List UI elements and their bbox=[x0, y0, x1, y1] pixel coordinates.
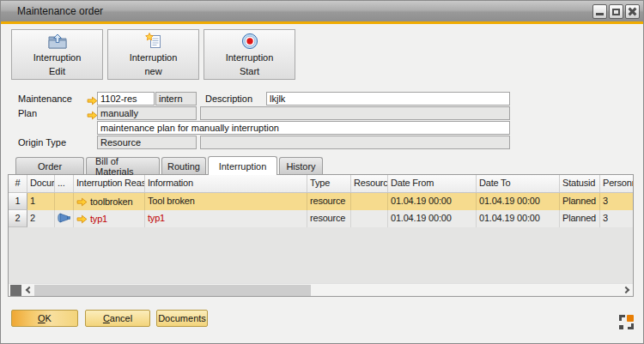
cell-statusid: Planned bbox=[560, 210, 600, 227]
cell-information: typ1 bbox=[145, 210, 307, 227]
scrollbar-track[interactable] bbox=[311, 285, 620, 296]
close-button[interactable] bbox=[625, 4, 640, 19]
table-row[interactable]: 1 1 toolbroken Tool broken resource 01.0… bbox=[9, 193, 633, 210]
reason-text: typ1 bbox=[90, 214, 107, 224]
row-number[interactable]: 1 bbox=[9, 193, 27, 210]
window-title: Maintenance order bbox=[17, 5, 103, 17]
scrollbar-corner bbox=[10, 285, 21, 296]
column-header-reason[interactable]: Interruption Reaso bbox=[74, 175, 145, 192]
column-header-personnel[interactable]: Personn bbox=[600, 175, 633, 192]
interruption-new-button[interactable]: Interruption new bbox=[107, 29, 199, 80]
accent-line bbox=[1, 21, 643, 24]
cell-resource bbox=[351, 210, 388, 227]
cell-type: resource bbox=[307, 210, 351, 227]
column-header-statusid[interactable]: Statusid bbox=[560, 175, 600, 192]
origin-type-extra-field bbox=[200, 136, 510, 149]
column-header-num[interactable]: # bbox=[9, 175, 27, 192]
tab-order[interactable]: Order bbox=[15, 157, 84, 174]
chevron-left-icon bbox=[25, 287, 32, 293]
toolbar-label: Interruption bbox=[33, 52, 82, 63]
interruption-edit-button[interactable]: Interruption Edit bbox=[11, 29, 103, 80]
cell-reason: toolbroken bbox=[74, 193, 145, 210]
cell-type: resource bbox=[307, 193, 351, 210]
maintenance-label: Maintenance bbox=[18, 94, 72, 104]
cell-document: 1 bbox=[27, 193, 55, 210]
minimize-button[interactable] bbox=[592, 4, 607, 19]
link-arrow-icon[interactable] bbox=[76, 197, 88, 207]
plan-field: manually bbox=[97, 106, 197, 120]
documents-button[interactable]: Documents bbox=[156, 310, 208, 327]
folder-upload-icon bbox=[47, 32, 68, 50]
maximize-button[interactable] bbox=[609, 4, 623, 19]
reason-text: toolbroken bbox=[90, 196, 132, 207]
table-empty-area bbox=[9, 227, 633, 283]
title-bar[interactable]: Maintenance order bbox=[1, 1, 643, 21]
toolbar-label: Start bbox=[240, 66, 259, 77]
chevron-right-icon bbox=[622, 287, 629, 293]
scrollbar-thumb[interactable] bbox=[34, 285, 311, 296]
close-icon bbox=[628, 7, 637, 16]
table-header-row: # Docum ... Interruption Reaso Informati… bbox=[9, 175, 633, 193]
tab-bar: Order Bill of Materials Routing Interrup… bbox=[15, 156, 323, 174]
column-header-resource[interactable]: Resource bbox=[351, 175, 388, 192]
horizontal-scrollbar bbox=[9, 283, 633, 296]
column-header-document[interactable]: Docum bbox=[27, 175, 55, 192]
cell-date-to: 01.04.19 00:00 bbox=[477, 193, 560, 210]
column-header-ellipsis[interactable]: ... bbox=[55, 175, 74, 192]
description-input[interactable]: lkjlk bbox=[266, 92, 510, 106]
table-row[interactable]: 2 2 typ1 typ1 resource 01 bbox=[9, 210, 633, 227]
scroll-right-button[interactable] bbox=[620, 285, 633, 296]
cell-information: Tool broken bbox=[145, 193, 307, 210]
column-header-date-from[interactable]: Date From bbox=[388, 175, 477, 192]
column-header-date-to[interactable]: Date To bbox=[477, 175, 560, 192]
plan-extra-field bbox=[200, 106, 510, 120]
cell-reason: typ1 bbox=[74, 210, 145, 227]
toolbar-label: Interruption bbox=[226, 52, 274, 63]
cell-date-to: 01.04.19 00:00 bbox=[477, 210, 560, 227]
plan-note-field: maintenance plan for manually interrupti… bbox=[97, 121, 510, 135]
maintenance-type-field: intern bbox=[155, 92, 197, 106]
toolbar-label: Edit bbox=[49, 66, 65, 77]
toolbar-label: Interruption bbox=[130, 52, 178, 63]
cell-date-from: 01.04.19 00:00 bbox=[388, 210, 477, 227]
column-header-type[interactable]: Type bbox=[307, 175, 351, 192]
cell-indicator bbox=[55, 210, 74, 227]
cancel-button[interactable]: Cancel bbox=[85, 310, 150, 327]
ok-button[interactable]: OK bbox=[11, 310, 78, 327]
row-number[interactable]: 2 bbox=[9, 210, 27, 227]
interruption-start-button[interactable]: Interruption Start bbox=[204, 29, 295, 80]
record-start-icon bbox=[241, 32, 258, 50]
new-document-icon bbox=[145, 32, 162, 50]
origin-type-label: Origin Type bbox=[18, 137, 66, 148]
cell-personnel: 3 bbox=[600, 193, 633, 210]
cell-statusid: Planned bbox=[560, 193, 600, 210]
cell-resource bbox=[351, 193, 388, 210]
tab-routing[interactable]: Routing bbox=[161, 157, 206, 174]
maintenance-code-input[interactable]: 1102-res bbox=[97, 92, 155, 106]
toolbar-label: new bbox=[144, 66, 161, 77]
maximize-icon bbox=[612, 9, 620, 15]
tab-interruption[interactable]: Interruption bbox=[208, 156, 277, 175]
resize-handle-icon[interactable] bbox=[619, 315, 634, 329]
interruption-table: # Docum ... Interruption Reaso Informati… bbox=[8, 174, 634, 297]
tab-bill-of-materials[interactable]: Bill of Materials bbox=[86, 157, 160, 174]
plan-label: Plan bbox=[18, 108, 37, 118]
maintenance-order-window: Maintenance order Interruption Edit Inte… bbox=[0, 0, 644, 344]
megaphone-icon[interactable] bbox=[58, 213, 71, 225]
origin-type-field: Resource bbox=[97, 136, 197, 149]
scroll-left-button[interactable] bbox=[21, 285, 34, 296]
cell-personnel: 3 bbox=[600, 210, 633, 227]
description-label: Description bbox=[205, 94, 252, 104]
cell-document: 2 bbox=[27, 210, 55, 227]
tab-history[interactable]: History bbox=[279, 157, 323, 174]
link-arrow-icon[interactable] bbox=[76, 214, 88, 224]
cell-date-from: 01.04.19 00:00 bbox=[388, 193, 477, 210]
minimize-icon bbox=[596, 13, 604, 15]
cell-indicator bbox=[55, 193, 74, 210]
column-header-information[interactable]: Information bbox=[145, 175, 307, 192]
